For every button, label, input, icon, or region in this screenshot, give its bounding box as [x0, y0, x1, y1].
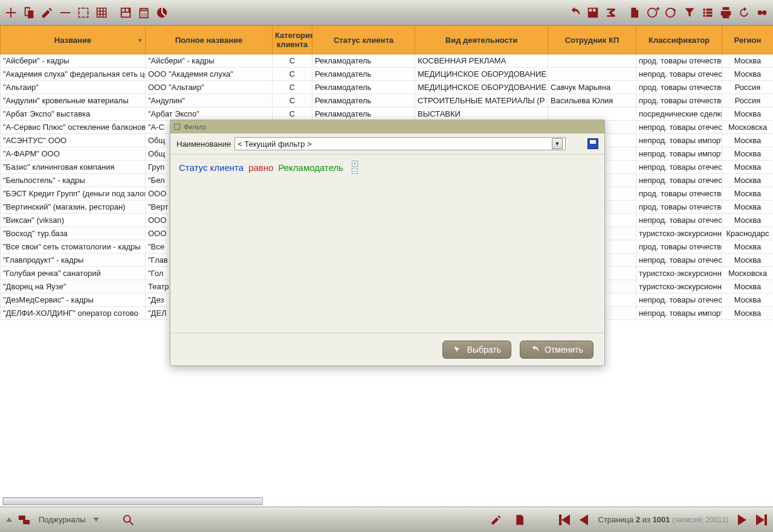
sum-icon[interactable] — [603, 4, 619, 21]
expand-up-icon[interactable] — [6, 518, 12, 522]
chart-icon[interactable] — [154, 4, 170, 21]
cell-status: Рекламодатель — [312, 54, 415, 68]
filter-value: Рекламодатель — [278, 162, 343, 173]
table-row[interactable]: "Арбат Экспо" выставка"Арбат Экспо"СРекл… — [1, 107, 774, 121]
cell-name: "Бельпостель" - кадры — [1, 174, 146, 187]
cell-region: Москва — [722, 147, 774, 161]
doc-icon[interactable] — [513, 513, 528, 527]
layout-icon[interactable] — [117, 4, 134, 21]
copy-icon[interactable] — [21, 4, 37, 21]
grid-icon[interactable] — [93, 4, 110, 21]
cell-region: Москва — [722, 187, 774, 200]
cancel-button[interactable]: Отменить — [520, 341, 593, 359]
cell-region: Краснодарс — [722, 227, 774, 240]
layout2-icon[interactable] — [584, 4, 601, 21]
column-header-employee[interactable]: Сотрудник КП — [548, 26, 636, 54]
dialog-sys-icon — [174, 124, 180, 130]
svg-point-2 — [648, 8, 657, 17]
dialog-titlebar[interactable]: Фильтр — [170, 120, 604, 133]
subjournal-icon[interactable] — [17, 513, 31, 527]
export-icon[interactable] — [627, 4, 644, 21]
cell-region: Россия — [722, 94, 774, 107]
svg-point-5 — [762, 10, 766, 14]
cell-classifier: прод. товары отечестве — [636, 54, 722, 68]
add-condition-icon[interactable]: + — [352, 161, 358, 167]
prev-page-icon[interactable] — [580, 514, 588, 525]
page-info: Страница 2 из 1001 (записей: 20011) — [598, 515, 728, 524]
cell-name: "Андулин" кровельные материалы — [1, 94, 146, 107]
list-icon[interactable] — [699, 4, 716, 21]
sort-indicator-icon: ▾ — [138, 37, 141, 43]
svg-text:15: 15 — [141, 11, 146, 17]
table-row[interactable]: "Айсбери" - кадры"Айсбери" - кадрыСРекла… — [1, 54, 774, 68]
table-row[interactable]: "Академия слуха" федеральная сеть центОО… — [1, 68, 774, 81]
print-icon[interactable] — [717, 4, 734, 21]
cell-classifier: непрод. товары отечест — [636, 254, 722, 267]
cell-region: Москва — [722, 107, 774, 121]
cell-cat: С — [273, 81, 312, 94]
edit-icon[interactable] — [39, 4, 56, 21]
first-page-icon[interactable] — [559, 514, 570, 525]
cell-classifier: непрод. товары отечест — [636, 293, 722, 307]
cell-activity: МЕДИЦИНСКОЕ ОБОРУДОВАНИЕ — [415, 68, 548, 81]
globe-edit-icon[interactable] — [663, 4, 680, 21]
funnel-icon[interactable] — [681, 4, 698, 21]
combo-label: Наименование — [176, 139, 231, 149]
cell-cat: С — [273, 94, 312, 107]
table-row[interactable]: "Альтаир"ООО "Альтаир"СРекламодательМЕДИ… — [1, 81, 774, 94]
cell-region: Москва — [722, 254, 774, 267]
globe-plus-icon[interactable] — [645, 4, 662, 21]
column-header-activity[interactable]: Вид деятельности — [415, 26, 548, 54]
cell-region: Московска — [722, 267, 774, 280]
cell-name: "Все свои" сеть стоматологии - кадры — [1, 240, 146, 254]
filter-name-combo[interactable]: < Текущий фильтр > ▼ — [234, 137, 566, 150]
cell-classifier: непрод. товары отечест — [636, 214, 722, 227]
last-page-icon[interactable] — [756, 514, 767, 525]
cell-name: "Виксан" (viksan) — [1, 214, 146, 227]
select-button[interactable]: Выбрать — [442, 341, 511, 359]
cell-employee — [548, 54, 636, 68]
cell-status: Рекламодатель — [312, 107, 415, 121]
cell-fullname: ООО "Академия слуха" — [146, 68, 273, 81]
cell-region: Москва — [722, 174, 774, 187]
cell-employee — [548, 107, 636, 121]
search-icon[interactable] — [121, 513, 135, 527]
column-header-status[interactable]: Статус клиента — [312, 26, 415, 54]
cell-name: "АСЭНТУС" ООО — [1, 134, 146, 147]
filter-dialog: Фильтр Наименование < Текущий фильтр > ▼… — [170, 120, 605, 366]
delete-icon[interactable] — [57, 4, 74, 21]
cell-classifier: непрод. товары отечест — [636, 161, 722, 174]
filter-body: Статус клиента равно Рекламодатель + − — [170, 155, 604, 333]
column-header-name[interactable]: Название▾ — [1, 26, 146, 54]
filter-field: Статус клиента — [179, 162, 244, 173]
cell-fullname: "Арбат Экспо" — [146, 107, 273, 121]
cell-name: "А-ФАРМ" ООО — [1, 147, 146, 161]
next-page-icon[interactable] — [738, 514, 746, 525]
column-header-region[interactable]: Регион — [722, 26, 774, 54]
calendar-icon[interactable]: 15 — [135, 4, 152, 21]
refresh-icon[interactable] — [736, 4, 752, 21]
column-header-fullname[interactable]: Полное название — [146, 26, 273, 54]
column-header-classifier[interactable]: Классификатор — [636, 26, 722, 54]
view-icon[interactable] — [754, 4, 771, 21]
cell-classifier: прод. товары отечестве — [636, 94, 722, 107]
expand-down-icon[interactable] — [93, 518, 99, 522]
filter-condition[interactable]: Статус клиента равно Рекламодатель + − — [179, 161, 596, 174]
table-row[interactable]: "Андулин" кровельные материалы"Андулин"С… — [1, 94, 774, 107]
horizontal-scrollbar[interactable] — [2, 497, 262, 505]
cell-fullname: "Айсбери" - кадры — [146, 54, 273, 68]
undo-icon[interactable] — [566, 4, 583, 21]
select-cells-icon[interactable] — [75, 4, 92, 21]
column-header-cat[interactable]: Категория клиента — [273, 26, 312, 54]
save-icon[interactable] — [587, 138, 598, 149]
cell-classifier: непрод. товары импорт — [636, 134, 722, 147]
cell-classifier: туристско-экскурсионн — [636, 267, 722, 280]
cell-status: Рекламодатель — [312, 94, 415, 107]
edit2-icon[interactable] — [489, 513, 503, 527]
cell-classifier: туристско-экскурсионн — [636, 280, 722, 293]
add-icon[interactable] — [2, 4, 19, 21]
chevron-down-icon[interactable]: ▼ — [552, 138, 563, 149]
remove-condition-icon[interactable]: − — [352, 168, 358, 174]
cell-region: Россия — [722, 81, 774, 94]
cell-region: Москва — [722, 240, 774, 254]
